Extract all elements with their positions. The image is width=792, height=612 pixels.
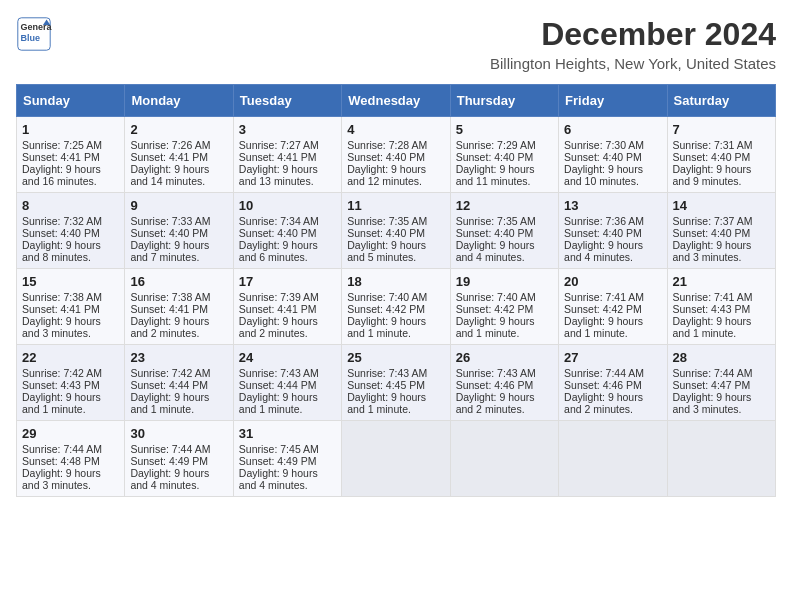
sunrise-text: Sunrise: 7:40 AM [456,291,553,303]
day-number: 4 [347,122,444,137]
calendar-cell: 18Sunrise: 7:40 AMSunset: 4:42 PMDayligh… [342,269,450,345]
sunrise-text: Sunrise: 7:26 AM [130,139,227,151]
calendar-cell: 26Sunrise: 7:43 AMSunset: 4:46 PMDayligh… [450,345,558,421]
daylight-text: Daylight: 9 hours and 1 minute. [564,315,661,339]
daylight-text: Daylight: 9 hours and 2 minutes. [130,315,227,339]
calendar-cell: 14Sunrise: 7:37 AMSunset: 4:40 PMDayligh… [667,193,775,269]
sunrise-text: Sunrise: 7:44 AM [130,443,227,455]
calendar-cell: 27Sunrise: 7:44 AMSunset: 4:46 PMDayligh… [559,345,667,421]
calendar-cell: 8Sunrise: 7:32 AMSunset: 4:40 PMDaylight… [17,193,125,269]
daylight-text: Daylight: 9 hours and 4 minutes. [564,239,661,263]
week-row-5: 29Sunrise: 7:44 AMSunset: 4:48 PMDayligh… [17,421,776,497]
week-row-4: 22Sunrise: 7:42 AMSunset: 4:43 PMDayligh… [17,345,776,421]
day-number: 21 [673,274,770,289]
sunset-text: Sunset: 4:42 PM [347,303,444,315]
calendar-cell: 12Sunrise: 7:35 AMSunset: 4:40 PMDayligh… [450,193,558,269]
daylight-text: Daylight: 9 hours and 16 minutes. [22,163,119,187]
sunset-text: Sunset: 4:40 PM [347,227,444,239]
day-number: 1 [22,122,119,137]
sunrise-text: Sunrise: 7:33 AM [130,215,227,227]
calendar-cell [559,421,667,497]
day-number: 20 [564,274,661,289]
day-number: 5 [456,122,553,137]
logo: General Blue [16,16,52,52]
svg-text:Blue: Blue [21,33,41,43]
daylight-text: Daylight: 9 hours and 1 minute. [347,315,444,339]
sunset-text: Sunset: 4:42 PM [564,303,661,315]
daylight-text: Daylight: 9 hours and 12 minutes. [347,163,444,187]
calendar-cell: 31Sunrise: 7:45 AMSunset: 4:49 PMDayligh… [233,421,341,497]
sunset-text: Sunset: 4:48 PM [22,455,119,467]
calendar-cell: 19Sunrise: 7:40 AMSunset: 4:42 PMDayligh… [450,269,558,345]
sunrise-text: Sunrise: 7:28 AM [347,139,444,151]
sunset-text: Sunset: 4:41 PM [22,151,119,163]
sunrise-text: Sunrise: 7:45 AM [239,443,336,455]
day-number: 23 [130,350,227,365]
day-number: 7 [673,122,770,137]
sunrise-text: Sunrise: 7:38 AM [22,291,119,303]
sunrise-text: Sunrise: 7:40 AM [347,291,444,303]
day-number: 13 [564,198,661,213]
sunset-text: Sunset: 4:43 PM [673,303,770,315]
calendar-cell: 10Sunrise: 7:34 AMSunset: 4:40 PMDayligh… [233,193,341,269]
daylight-text: Daylight: 9 hours and 2 minutes. [239,315,336,339]
day-number: 16 [130,274,227,289]
calendar-cell: 25Sunrise: 7:43 AMSunset: 4:45 PMDayligh… [342,345,450,421]
sunrise-text: Sunrise: 7:43 AM [239,367,336,379]
sunset-text: Sunset: 4:44 PM [239,379,336,391]
weekday-header-sunday: Sunday [17,85,125,117]
sunset-text: Sunset: 4:41 PM [22,303,119,315]
daylight-text: Daylight: 9 hours and 4 minutes. [456,239,553,263]
title-section: December 2024 Billington Heights, New Yo… [490,16,776,72]
sunset-text: Sunset: 4:43 PM [22,379,119,391]
sunrise-text: Sunrise: 7:44 AM [673,367,770,379]
day-number: 27 [564,350,661,365]
daylight-text: Daylight: 9 hours and 3 minutes. [673,391,770,415]
day-number: 8 [22,198,119,213]
header: General Blue December 2024 Billington He… [16,16,776,72]
sunset-text: Sunset: 4:49 PM [239,455,336,467]
sunrise-text: Sunrise: 7:38 AM [130,291,227,303]
sunset-text: Sunset: 4:47 PM [673,379,770,391]
sunrise-text: Sunrise: 7:39 AM [239,291,336,303]
weekday-header-friday: Friday [559,85,667,117]
day-number: 18 [347,274,444,289]
day-number: 24 [239,350,336,365]
sunset-text: Sunset: 4:44 PM [130,379,227,391]
sunrise-text: Sunrise: 7:34 AM [239,215,336,227]
calendar-cell: 21Sunrise: 7:41 AMSunset: 4:43 PMDayligh… [667,269,775,345]
day-number: 22 [22,350,119,365]
calendar-cell: 9Sunrise: 7:33 AMSunset: 4:40 PMDaylight… [125,193,233,269]
daylight-text: Daylight: 9 hours and 4 minutes. [130,467,227,491]
sunrise-text: Sunrise: 7:36 AM [564,215,661,227]
week-row-2: 8Sunrise: 7:32 AMSunset: 4:40 PMDaylight… [17,193,776,269]
calendar-cell: 2Sunrise: 7:26 AMSunset: 4:41 PMDaylight… [125,117,233,193]
daylight-text: Daylight: 9 hours and 8 minutes. [22,239,119,263]
daylight-text: Daylight: 9 hours and 1 minute. [239,391,336,415]
sunset-text: Sunset: 4:45 PM [347,379,444,391]
daylight-text: Daylight: 9 hours and 4 minutes. [239,467,336,491]
daylight-text: Daylight: 9 hours and 2 minutes. [456,391,553,415]
daylight-text: Daylight: 9 hours and 7 minutes. [130,239,227,263]
calendar-cell: 4Sunrise: 7:28 AMSunset: 4:40 PMDaylight… [342,117,450,193]
calendar-cell: 7Sunrise: 7:31 AMSunset: 4:40 PMDaylight… [667,117,775,193]
calendar-cell: 6Sunrise: 7:30 AMSunset: 4:40 PMDaylight… [559,117,667,193]
calendar-cell: 5Sunrise: 7:29 AMSunset: 4:40 PMDaylight… [450,117,558,193]
calendar-cell: 29Sunrise: 7:44 AMSunset: 4:48 PMDayligh… [17,421,125,497]
calendar-cell: 16Sunrise: 7:38 AMSunset: 4:41 PMDayligh… [125,269,233,345]
calendar-cell: 13Sunrise: 7:36 AMSunset: 4:40 PMDayligh… [559,193,667,269]
day-number: 2 [130,122,227,137]
sunset-text: Sunset: 4:40 PM [456,151,553,163]
calendar-cell: 17Sunrise: 7:39 AMSunset: 4:41 PMDayligh… [233,269,341,345]
week-row-3: 15Sunrise: 7:38 AMSunset: 4:41 PMDayligh… [17,269,776,345]
day-number: 31 [239,426,336,441]
day-number: 9 [130,198,227,213]
sunrise-text: Sunrise: 7:31 AM [673,139,770,151]
daylight-text: Daylight: 9 hours and 6 minutes. [239,239,336,263]
sunset-text: Sunset: 4:46 PM [456,379,553,391]
sunset-text: Sunset: 4:49 PM [130,455,227,467]
calendar-cell [667,421,775,497]
day-number: 19 [456,274,553,289]
calendar-cell: 30Sunrise: 7:44 AMSunset: 4:49 PMDayligh… [125,421,233,497]
calendar-cell: 20Sunrise: 7:41 AMSunset: 4:42 PMDayligh… [559,269,667,345]
